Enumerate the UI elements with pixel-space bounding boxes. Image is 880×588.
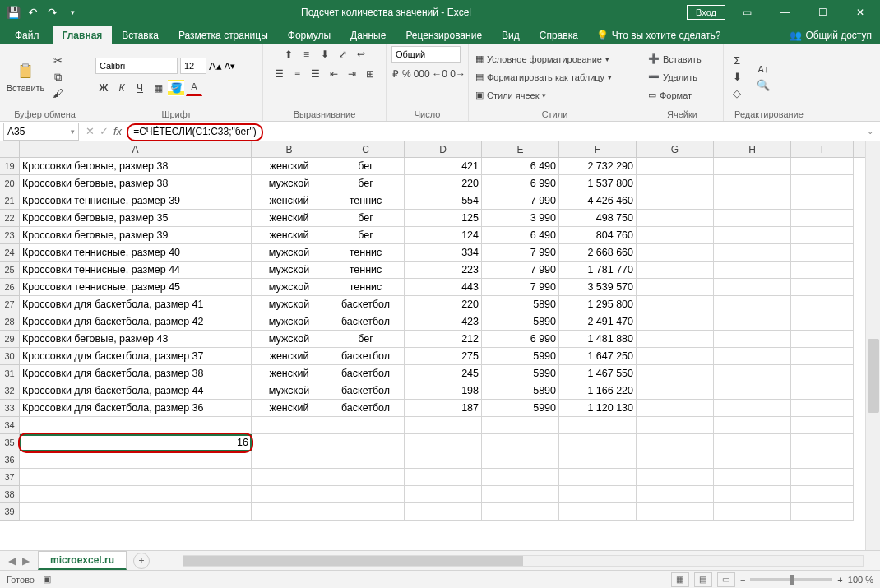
increase-decimal-icon[interactable]: ←0 bbox=[432, 66, 448, 82]
cell[interactable] bbox=[252, 503, 327, 521]
cell[interactable] bbox=[559, 434, 637, 451]
cell[interactable] bbox=[791, 279, 854, 296]
cell[interactable]: мужской bbox=[252, 382, 327, 400]
cell[interactable] bbox=[327, 417, 405, 434]
cell[interactable]: 804 760 bbox=[559, 227, 637, 244]
cell[interactable] bbox=[327, 503, 405, 521]
cell[interactable]: 6 490 bbox=[482, 158, 559, 175]
cell[interactable] bbox=[714, 365, 791, 382]
cell[interactable] bbox=[637, 158, 714, 175]
cell[interactable] bbox=[482, 486, 559, 503]
row-header[interactable]: 30 bbox=[0, 348, 20, 365]
col-header-A[interactable]: A bbox=[20, 141, 252, 157]
cell[interactable] bbox=[482, 417, 559, 434]
cell[interactable] bbox=[714, 451, 791, 469]
cell[interactable] bbox=[791, 175, 854, 192]
cell[interactable] bbox=[791, 382, 854, 400]
cell[interactable]: бег bbox=[327, 227, 405, 244]
cell[interactable] bbox=[714, 313, 791, 331]
cell[interactable] bbox=[637, 503, 714, 521]
cell[interactable]: 2 668 660 bbox=[559, 244, 637, 262]
expand-formula-icon[interactable]: ⌄ bbox=[860, 127, 880, 136]
cell[interactable] bbox=[791, 451, 854, 469]
cell[interactable]: 1 166 220 bbox=[559, 382, 637, 400]
fx-icon[interactable]: fx bbox=[113, 125, 122, 137]
cell[interactable]: 6 990 bbox=[482, 175, 559, 192]
close-icon[interactable]: ✕ bbox=[844, 0, 877, 25]
cell[interactable] bbox=[714, 262, 791, 279]
col-header-E[interactable]: E bbox=[482, 141, 559, 157]
col-header-G[interactable]: G bbox=[637, 141, 714, 157]
format-painter-icon[interactable]: 🖌 bbox=[49, 86, 66, 101]
cell[interactable] bbox=[637, 227, 714, 244]
cell[interactable] bbox=[714, 469, 791, 486]
align-middle-icon[interactable]: ≡ bbox=[299, 46, 315, 63]
percent-icon[interactable]: % bbox=[401, 66, 412, 82]
increase-font-icon[interactable]: A▴ bbox=[209, 60, 222, 72]
cell[interactable]: Кроссовки беговые, размер 43 bbox=[20, 331, 252, 348]
cell[interactable]: 7 990 bbox=[482, 262, 559, 279]
tab-page-layout[interactable]: Разметка страницы bbox=[169, 26, 278, 44]
cell[interactable]: 2 732 290 bbox=[559, 158, 637, 175]
cell[interactable] bbox=[791, 210, 854, 227]
row-header[interactable]: 31 bbox=[0, 365, 20, 382]
row-header[interactable]: 27 bbox=[0, 296, 20, 313]
cell[interactable] bbox=[20, 503, 252, 521]
cell[interactable]: 245 bbox=[405, 365, 482, 382]
cell[interactable] bbox=[20, 451, 252, 469]
row-header[interactable]: 21 bbox=[0, 192, 20, 210]
autosum-icon[interactable]: Σ bbox=[729, 53, 745, 68]
row-header[interactable]: 24 bbox=[0, 244, 20, 262]
cell[interactable] bbox=[637, 434, 714, 451]
cell[interactable] bbox=[714, 227, 791, 244]
redo-icon[interactable]: ↷ bbox=[46, 6, 59, 19]
align-bottom-icon[interactable]: ⬇ bbox=[317, 46, 333, 63]
cell[interactable]: 5990 bbox=[482, 365, 559, 382]
cell[interactable]: баскетбол bbox=[327, 382, 405, 400]
font-name-input[interactable] bbox=[95, 58, 178, 74]
font-size-input[interactable] bbox=[180, 58, 206, 74]
cell[interactable]: женский bbox=[252, 400, 327, 417]
cell[interactable]: 421 bbox=[405, 158, 482, 175]
cell[interactable]: 198 bbox=[405, 382, 482, 400]
tab-formulas[interactable]: Формулы bbox=[278, 26, 340, 44]
cell[interactable] bbox=[559, 469, 637, 486]
paste-button[interactable]: Вставить bbox=[5, 62, 46, 93]
tab-view[interactable]: Вид bbox=[492, 26, 530, 44]
tell-me-search[interactable]: 💡 Что вы хотите сделать? bbox=[588, 26, 729, 44]
cell[interactable]: 1 467 550 bbox=[559, 365, 637, 382]
cell[interactable]: теннис bbox=[327, 192, 405, 210]
cell[interactable]: Кроссовки для баскетбола, размер 41 bbox=[20, 296, 252, 313]
cell[interactable]: 7 990 bbox=[482, 244, 559, 262]
cell[interactable] bbox=[714, 348, 791, 365]
cell[interactable]: бег bbox=[327, 331, 405, 348]
cell[interactable]: женский bbox=[252, 158, 327, 175]
cell[interactable] bbox=[791, 331, 854, 348]
cell[interactable] bbox=[714, 296, 791, 313]
row-header[interactable]: 33 bbox=[0, 400, 20, 417]
cell[interactable]: 5890 bbox=[482, 296, 559, 313]
align-left-icon[interactable]: ☰ bbox=[271, 66, 288, 82]
qat-customize-icon[interactable]: ▾ bbox=[66, 6, 79, 19]
cell[interactable]: 2 491 470 bbox=[559, 313, 637, 331]
cell[interactable] bbox=[637, 451, 714, 469]
cell[interactable]: 223 bbox=[405, 262, 482, 279]
cell[interactable]: Кроссовки теннисные, размер 40 bbox=[20, 244, 252, 262]
cell[interactable]: мужской bbox=[252, 244, 327, 262]
row-header[interactable]: 20 bbox=[0, 175, 20, 192]
cell[interactable] bbox=[714, 192, 791, 210]
cell[interactable]: 125 bbox=[405, 210, 482, 227]
tab-insert[interactable]: Вставка bbox=[112, 26, 169, 44]
cell[interactable] bbox=[252, 434, 327, 451]
cell[interactable]: 1 481 880 bbox=[559, 331, 637, 348]
cell[interactable]: баскетбол bbox=[327, 296, 405, 313]
borders-icon[interactable]: ▦ bbox=[150, 80, 166, 96]
cell[interactable] bbox=[714, 486, 791, 503]
cell[interactable] bbox=[637, 175, 714, 192]
cell[interactable]: Кроссовки беговые, размер 39 bbox=[20, 227, 252, 244]
delete-cells-button[interactable]: ➖Удалить bbox=[646, 68, 703, 86]
maximize-icon[interactable]: ☐ bbox=[806, 0, 839, 25]
cut-icon[interactable]: ✂ bbox=[49, 53, 66, 68]
cell[interactable]: 6 490 bbox=[482, 227, 559, 244]
cell[interactable]: 334 bbox=[405, 244, 482, 262]
